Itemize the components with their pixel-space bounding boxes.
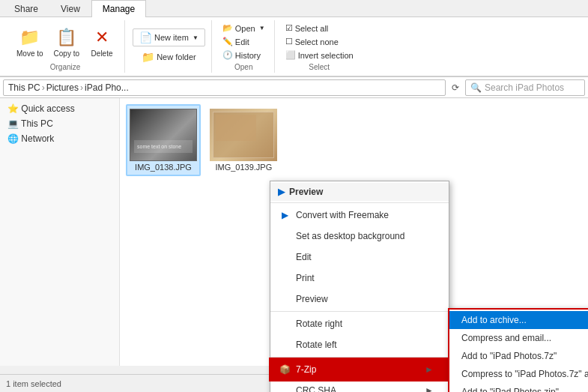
- submenu-7zip: Add to archive... Compress and email... …: [448, 308, 588, 392]
- move-to-icon: 📁: [18, 25, 42, 49]
- ribbon-group-organize: 📁 Move to 📋 Copy to ✕ Delete Organize: [6, 20, 125, 73]
- 7zip-icon: 📦: [278, 363, 291, 376]
- select-label: Select: [309, 61, 330, 71]
- divider-1: [270, 311, 449, 312]
- delete-icon: ✕: [90, 25, 114, 49]
- context-edit[interactable]: Edit: [270, 247, 449, 268]
- context-preview[interactable]: Preview: [270, 289, 449, 310]
- organize-label: Organize: [50, 61, 81, 71]
- ribbon-group-new: 📄 New item ▼ 📁 New folder: [127, 20, 212, 73]
- main-content: ⭐ Quick access 💻 This PC 🌐 Network some …: [0, 98, 588, 366]
- open-arrow: ▼: [259, 25, 265, 31]
- delete-button[interactable]: ✕ Delete: [85, 22, 118, 61]
- edit-icon: ✏️: [222, 37, 233, 46]
- desktop-icon: [278, 229, 291, 243]
- submenu-compress-7z-email[interactable]: Compress to "iPad Photos.7z" and email: [449, 365, 588, 383]
- context-7zip[interactable]: 📦 7-Zip ►: [270, 359, 449, 380]
- address-bar: This PC › Pictures › iPad Pho... ⟳ 🔍 Sea…: [0, 77, 588, 98]
- context-set-desktop[interactable]: Set as desktop background: [270, 226, 449, 247]
- preview-section-icon: ▶: [278, 187, 285, 197]
- submenu-add-7z[interactable]: Add to "iPad Photos.7z": [449, 347, 588, 365]
- tab-manage[interactable]: Manage: [91, 0, 146, 17]
- divider-0: [270, 202, 449, 203]
- context-menu-header: ▶ Preview: [270, 183, 449, 201]
- copy-to-icon: 📋: [55, 25, 79, 49]
- file-item-1[interactable]: IMG_0139.JPG: [206, 104, 281, 176]
- 7zip-submenu-arrow: ►: [425, 364, 434, 375]
- tab-view[interactable]: View: [49, 0, 91, 17]
- new-folder-button[interactable]: 📁 New folder: [139, 49, 199, 64]
- path-pictures: Pictures: [46, 82, 79, 93]
- search-input[interactable]: 🔍 Search iPad Photos: [465, 79, 585, 96]
- preview-icon: [278, 292, 291, 306]
- open-icon: 📂: [222, 23, 233, 33]
- invert-selection-button[interactable]: ⬜ Invert selection: [282, 49, 357, 61]
- history-icon: 🕐: [222, 50, 233, 60]
- print-icon: [278, 271, 291, 285]
- context-crc-sha[interactable]: CRC SHA ►: [270, 380, 449, 392]
- rotate-right-icon: [278, 317, 291, 331]
- nav-quick-access[interactable]: ⭐ Quick access: [0, 101, 119, 116]
- ribbon-tabs: Share View Manage: [0, 0, 588, 17]
- rotate-left-icon: [278, 338, 291, 352]
- refresh-button[interactable]: ⟳: [449, 81, 462, 94]
- new-item-arrow: ▼: [193, 34, 198, 41]
- chevron-icon-2: ›: [80, 82, 83, 93]
- file-label-1: IMG_0139.JPG: [215, 163, 272, 172]
- context-print[interactable]: Print: [270, 268, 449, 289]
- tab-share[interactable]: Share: [3, 0, 49, 17]
- file-label-0: IMG_0138.JPG: [135, 163, 192, 172]
- context-convert[interactable]: ▶ Convert with Freemake: [270, 205, 449, 226]
- select-none-icon: ☐: [285, 37, 293, 46]
- crc-submenu-arrow: ►: [425, 385, 434, 392]
- ribbon: Share View Manage 📁 Move to 📋 Copy to ✕ …: [0, 0, 588, 77]
- submenu-add-zip[interactable]: Add to "iPad Photos.zip": [449, 383, 588, 392]
- chevron-icon-1: ›: [42, 82, 45, 93]
- search-icon: 🔍: [470, 82, 482, 93]
- history-button[interactable]: 🕐 History: [219, 49, 268, 61]
- submenu-compress-email[interactable]: Compress and email...: [449, 329, 588, 347]
- context-rotate-left[interactable]: Rotate left: [270, 334, 449, 355]
- convert-icon: ▶: [278, 208, 291, 222]
- divider-2: [270, 357, 449, 358]
- nav-this-pc[interactable]: 💻 This PC: [0, 116, 119, 131]
- file-thumb-0: some text on stone: [130, 109, 197, 161]
- path-ipad-photos: iPad Pho...: [85, 82, 129, 93]
- file-view: some text on stone IMG_0138.JPG IMG_0139…: [120, 98, 588, 366]
- file-item-0[interactable]: some text on stone IMG_0138.JPG: [126, 104, 201, 176]
- select-all-icon: ☑: [285, 23, 293, 33]
- path-this-pc: This PC: [8, 82, 40, 93]
- copy-to-button[interactable]: 📋 Copy to: [49, 22, 84, 61]
- select-none-button[interactable]: ☐ Select none: [282, 35, 357, 48]
- status-text: 1 item selected: [6, 379, 61, 388]
- submenu-add-archive[interactable]: Add to archive...: [449, 311, 588, 329]
- crc-icon: [278, 384, 291, 392]
- ribbon-group-select: ☑ Select all ☐ Select none ⬜ Invert sele…: [276, 20, 363, 73]
- move-to-button[interactable]: 📁 Move to: [12, 22, 48, 61]
- address-path[interactable]: This PC › Pictures › iPad Pho...: [3, 79, 446, 96]
- invert-icon: ⬜: [285, 50, 296, 60]
- edit-ctx-icon: [278, 250, 291, 264]
- context-rotate-right[interactable]: Rotate right: [270, 313, 449, 334]
- open-group-label: Open: [234, 61, 252, 71]
- ribbon-group-open: 📂 Open ▼ ✏️ Edit 🕐 History Open: [213, 20, 275, 73]
- nav-pane: ⭐ Quick access 💻 This PC 🌐 Network: [0, 98, 120, 366]
- select-all-button[interactable]: ☑ Select all: [282, 22, 357, 34]
- ribbon-content: 📁 Move to 📋 Copy to ✕ Delete Organize 📄: [0, 17, 588, 76]
- new-item-button[interactable]: 📄 New item ▼: [133, 28, 205, 46]
- open-button[interactable]: 📂 Open ▼: [219, 22, 268, 34]
- nav-network[interactable]: 🌐 Network: [0, 131, 119, 146]
- context-menu: ▶ Preview ▶ Convert with Freemake Set as…: [270, 181, 449, 392]
- edit-button[interactable]: ✏️ Edit: [219, 35, 268, 48]
